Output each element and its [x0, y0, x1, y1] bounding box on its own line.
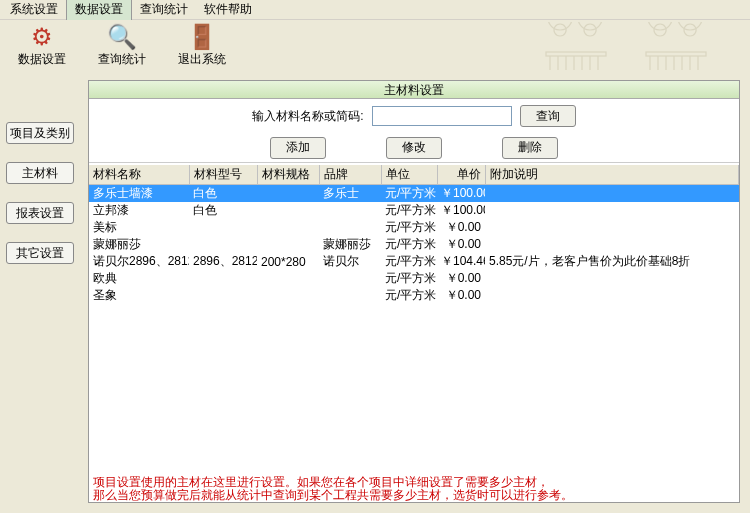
- cell-price: ￥0.00: [437, 219, 485, 236]
- col-header[interactable]: 单价: [437, 165, 485, 185]
- cell-note: [485, 202, 739, 219]
- cell-unit: 元/平方米: [381, 185, 437, 203]
- table-container[interactable]: 材料名称材料型号材料规格品牌单位单价附加说明 多乐士墙漆白色多乐士元/平方米￥1…: [89, 165, 739, 474]
- cell-price: ￥100.00: [437, 185, 485, 203]
- cell-note: [485, 219, 739, 236]
- cell-spec: [257, 287, 319, 304]
- table-header-row: 材料名称材料型号材料规格品牌单位单价附加说明: [89, 165, 739, 185]
- table-row[interactable]: 美标元/平方米￥0.00: [89, 219, 739, 236]
- cell-spec: [257, 270, 319, 287]
- cell-spec: [257, 219, 319, 236]
- toolbar: ⚙数据设置🔍查询统计🚪退出系统: [0, 20, 750, 72]
- search-input[interactable]: [372, 106, 512, 126]
- cell-price: ￥104.46: [437, 253, 485, 270]
- cell-unit: 元/平方米: [381, 202, 437, 219]
- cell-model: [189, 219, 257, 236]
- data-settings-icon: ⚙: [31, 25, 53, 49]
- add-button[interactable]: 添加: [270, 137, 326, 159]
- main-panel: 主材料设置 输入材料名称或简码: 查询 添加 修改 删除 材料名称材料型号材料规…: [88, 80, 740, 503]
- action-row: 添加 修改 删除: [89, 133, 739, 163]
- delete-button[interactable]: 删除: [502, 137, 558, 159]
- table-row[interactable]: 诺贝尔2896、28122896、2812200*280诺贝尔元/平方米￥104…: [89, 253, 739, 270]
- cell-name: 欧典: [89, 270, 189, 287]
- search-label: 输入材料名称或简码:: [252, 108, 363, 125]
- menu-item-2[interactable]: 查询统计: [132, 0, 196, 20]
- materials-table: 材料名称材料型号材料规格品牌单位单价附加说明 多乐士墙漆白色多乐士元/平方米￥1…: [89, 165, 739, 304]
- cell-model: [189, 236, 257, 253]
- query-stats-label: 查询统计: [98, 51, 146, 68]
- cell-name: 多乐士墙漆: [89, 185, 189, 203]
- exit-system-icon: 🚪: [187, 25, 217, 49]
- cell-brand: 蒙娜丽莎: [319, 236, 381, 253]
- cell-brand: 多乐士: [319, 185, 381, 203]
- table-row[interactable]: 圣象元/平方米￥0.00: [89, 287, 739, 304]
- cell-name: 蒙娜丽莎: [89, 236, 189, 253]
- sidebar-btn-2[interactable]: 报表设置: [6, 202, 74, 224]
- col-header[interactable]: 单位: [381, 165, 437, 185]
- table-row[interactable]: 立邦漆白色元/平方米￥100.00: [89, 202, 739, 219]
- cell-brand: [319, 219, 381, 236]
- query-stats-icon: 🔍: [107, 25, 137, 49]
- sidebar-btn-3[interactable]: 其它设置: [6, 242, 74, 264]
- cell-note: [485, 236, 739, 253]
- col-header[interactable]: 材料名称: [89, 165, 189, 185]
- search-row: 输入材料名称或简码: 查询: [89, 99, 739, 133]
- cell-brand: 诺贝尔: [319, 253, 381, 270]
- edit-button[interactable]: 修改: [386, 137, 442, 159]
- cell-note: [485, 287, 739, 304]
- pillar-decoration: [540, 22, 740, 70]
- toolbar-query-stats[interactable]: 🔍查询统计: [98, 25, 146, 68]
- data-settings-label: 数据设置: [18, 51, 66, 68]
- menu-item-1[interactable]: 数据设置: [66, 0, 132, 21]
- cell-brand: [319, 202, 381, 219]
- sidebar-btn-1[interactable]: 主材料: [6, 162, 74, 184]
- menu-item-3[interactable]: 软件帮助: [196, 0, 260, 20]
- cell-name: 立邦漆: [89, 202, 189, 219]
- toolbar-data-settings[interactable]: ⚙数据设置: [18, 25, 66, 68]
- cell-price: ￥0.00: [437, 236, 485, 253]
- cell-model: [189, 287, 257, 304]
- table-row[interactable]: 多乐士墙漆白色多乐士元/平方米￥100.00: [89, 185, 739, 203]
- cell-model: [189, 270, 257, 287]
- exit-system-label: 退出系统: [178, 51, 226, 68]
- cell-unit: 元/平方米: [381, 236, 437, 253]
- cell-model: 白色: [189, 202, 257, 219]
- sidebar-btn-0[interactable]: 项目及类别: [6, 122, 74, 144]
- cell-name: 美标: [89, 219, 189, 236]
- cell-unit: 元/平方米: [381, 219, 437, 236]
- svg-rect-8: [646, 52, 706, 56]
- table-row[interactable]: 蒙娜丽莎蒙娜丽莎元/平方米￥0.00: [89, 236, 739, 253]
- cell-name: 圣象: [89, 287, 189, 304]
- sidebar: 项目及类别主材料报表设置其它设置: [6, 122, 80, 282]
- cell-price: ￥0.00: [437, 270, 485, 287]
- cell-spec: [257, 236, 319, 253]
- content-area: 项目及类别主材料报表设置其它设置 主材料设置 输入材料名称或简码: 查询 添加 …: [0, 72, 750, 513]
- svg-rect-0: [546, 52, 606, 56]
- cell-spec: [257, 185, 319, 203]
- cell-note: 5.85元/片，老客户售价为此价基础8折: [485, 253, 739, 270]
- menubar: 系统设置数据设置查询统计软件帮助: [0, 0, 750, 20]
- panel-title: 主材料设置: [89, 81, 739, 99]
- cell-spec: 200*280: [257, 253, 319, 270]
- cell-note: [485, 270, 739, 287]
- col-header[interactable]: 品牌: [319, 165, 381, 185]
- cell-brand: [319, 287, 381, 304]
- cell-name: 诺贝尔2896、2812: [89, 253, 189, 270]
- cell-model: 2896、2812: [189, 253, 257, 270]
- help-line-2: 那么当您预算做完后就能从统计中查询到某个工程共需要多少主材，选货时可以进行参考。: [93, 489, 735, 502]
- query-button[interactable]: 查询: [520, 105, 576, 127]
- col-header[interactable]: 材料型号: [189, 165, 257, 185]
- cell-brand: [319, 270, 381, 287]
- col-header[interactable]: 材料规格: [257, 165, 319, 185]
- toolbar-exit-system[interactable]: 🚪退出系统: [178, 25, 226, 68]
- help-text: 项目设置使用的主材在这里进行设置。如果您在各个项目中详细设置了需要多少主材， 那…: [89, 476, 739, 502]
- menu-item-0[interactable]: 系统设置: [2, 0, 66, 20]
- table-body: 多乐士墙漆白色多乐士元/平方米￥100.00立邦漆白色元/平方米￥100.00美…: [89, 185, 739, 305]
- col-header[interactable]: 附加说明: [485, 165, 739, 185]
- table-row[interactable]: 欧典元/平方米￥0.00: [89, 270, 739, 287]
- cell-price: ￥100.00: [437, 202, 485, 219]
- cell-model: 白色: [189, 185, 257, 203]
- cell-price: ￥0.00: [437, 287, 485, 304]
- cell-unit: 元/平方米: [381, 270, 437, 287]
- cell-note: [485, 185, 739, 203]
